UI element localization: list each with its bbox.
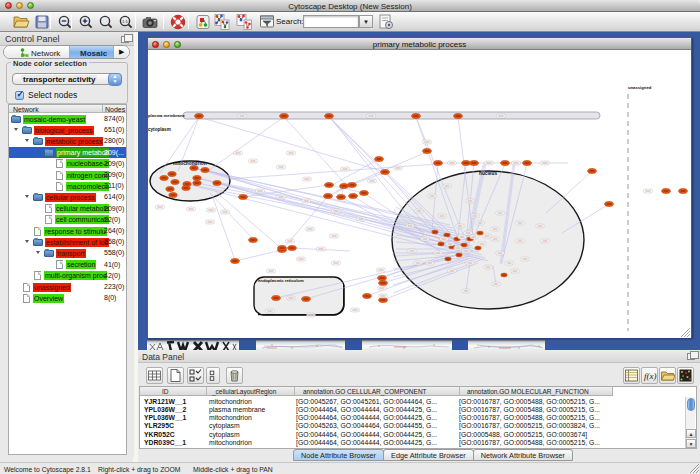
svg-text:plasma membrane: plasma membrane [148, 113, 185, 118]
svg-text:unassigned: unassigned [628, 85, 652, 90]
svg-text:mitochondrion: mitochondrion [173, 161, 207, 166]
svg-text:nucleus: nucleus [479, 171, 497, 176]
svg-text:f(x): f(x) [644, 371, 657, 381]
svg-text:cytoplasm: cytoplasm [148, 127, 171, 132]
svg-text:1:1: 1:1 [122, 19, 129, 24]
svg-text:endoplasmic reticulum: endoplasmic reticulum [258, 278, 304, 283]
